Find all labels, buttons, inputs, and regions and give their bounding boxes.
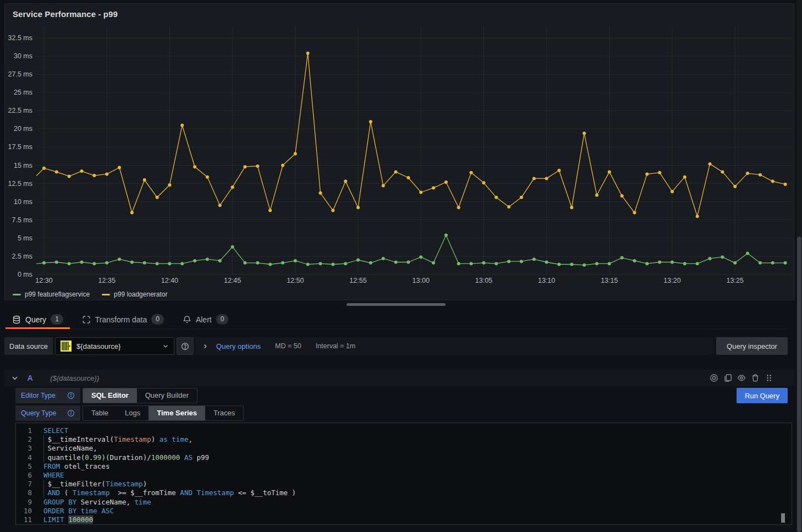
svg-text:13:20: 13:20 — [663, 277, 680, 284]
query-inspector-button[interactable]: Query inspector — [716, 337, 788, 355]
bell-icon — [183, 315, 191, 324]
drag-handle-icon[interactable] — [765, 374, 773, 382]
query-ref-id[interactable]: A — [28, 374, 32, 382]
line-number: 11 — [16, 515, 32, 524]
legend-label: p99 featureflagservice — [25, 290, 90, 298]
query-actions — [710, 374, 773, 382]
info-circle-icon[interactable] — [67, 409, 75, 417]
query-options-row[interactable]: Query options MD = 50 Interval = 1m — [196, 337, 713, 355]
tab-count-badge: 0 — [216, 314, 229, 325]
sql-line: 4 quantile(0.99)(Duration)/1000000 AS p9… — [16, 453, 792, 462]
editor-type-row: Editor Type SQL EditorQuery Builder — [15, 388, 197, 403]
svg-text:2.5 ms: 2.5 ms — [12, 253, 32, 260]
chart-legend: p99 featureflagservice p99 loadgenerator — [13, 290, 168, 298]
svg-text:17.5 ms: 17.5 ms — [8, 143, 32, 151]
query-datasource-hint: (${datasource}) — [50, 374, 99, 382]
editor-type-chip: Editor Type — [15, 388, 80, 403]
sql-line: 7 $__timeFilter(Timestamp) — [16, 480, 792, 489]
sql-line: 8 AND ( Timestamp >= $__fromTime AND Tim… — [16, 489, 792, 497]
query-type-row: Query Type TableLogsTime SeriesTraces — [15, 405, 244, 421]
info-circle-icon[interactable] — [67, 392, 75, 399]
query-type-option-traces[interactable]: Traces — [205, 406, 243, 420]
svg-text:7.5 ms: 7.5 ms — [12, 216, 32, 224]
sql-line: 11LIMIT 100000 — [16, 515, 792, 524]
editor-scrollbar-thumb[interactable] — [781, 513, 785, 523]
svg-text:20 ms: 20 ms — [14, 125, 32, 133]
svg-text:5 ms: 5 ms — [18, 234, 32, 242]
query-type-option-logs[interactable]: Logs — [117, 406, 149, 420]
sql-line: 2 $__timeInterval(Timestamp) as time, — [16, 435, 792, 444]
svg-text:12:40: 12:40 — [161, 277, 178, 284]
query-options-link[interactable]: Query options — [216, 342, 261, 350]
editor-type-option-sql-editor[interactable]: SQL Editor — [83, 388, 137, 403]
database-icon — [12, 315, 21, 324]
svg-text:12.5 ms: 12.5 ms — [8, 180, 32, 188]
line-number: 8 — [16, 489, 32, 497]
query-type-option-table[interactable]: Table — [83, 406, 117, 420]
datasource-value: ${datasource} — [76, 342, 157, 350]
query-row-header[interactable]: A (${datasource}) — [4, 370, 794, 386]
query-type-chip: Query Type — [15, 405, 80, 421]
line-number: 3 — [16, 444, 32, 453]
page-scrollbar[interactable] — [796, 0, 802, 532]
chevron-right-icon — [202, 343, 208, 349]
remove-query-trash-icon[interactable] — [751, 374, 760, 382]
svg-text:13:15: 13:15 — [601, 277, 618, 284]
tab-label: Transform data — [95, 315, 147, 324]
query-type-option-time-series[interactable]: Time Series — [149, 406, 205, 420]
line-number: 4 — [16, 453, 32, 462]
interval-stat: Interval = 1m — [316, 342, 356, 350]
svg-text:22.5 ms: 22.5 ms — [8, 107, 32, 114]
line-number: 7 — [16, 480, 32, 489]
sql-line: 6WHERE — [16, 471, 792, 480]
svg-text:12:45: 12:45 — [224, 277, 241, 284]
tab-alert[interactable]: Alert 0 — [175, 310, 236, 329]
datasource-label: Data source — [4, 337, 53, 355]
svg-text:0 ms: 0 ms — [18, 271, 32, 278]
panel-title[interactable]: Service Performance - p99 — [13, 9, 118, 19]
page-scrollbar-thumb[interactable] — [797, 237, 801, 532]
sql-line: 5FROM otel_traces — [16, 462, 792, 471]
sql-line: 1SELECT — [16, 426, 792, 435]
legend-swatch-yellow — [102, 294, 110, 295]
sql-code-editor[interactable]: 1SELECT2 $__timeInterval(Timestamp) as t… — [15, 423, 792, 525]
query-editor-tabbar: Query 1 Transform data 0 Alert 0 — [4, 310, 788, 329]
tab-label: Query — [25, 315, 46, 324]
datasource-picker[interactable]: ${datasource} — [55, 337, 174, 355]
horizontal-scrollbar[interactable] — [347, 303, 446, 306]
tab-query[interactable]: Query 1 — [4, 310, 71, 329]
svg-text:12:30: 12:30 — [35, 277, 52, 284]
query-type-segmented: TableLogsTime SeriesTraces — [83, 405, 244, 421]
line-number: 1 — [16, 426, 32, 435]
legend-swatch-green — [13, 294, 21, 295]
hide-response-eye-icon[interactable] — [737, 374, 746, 382]
svg-text:13:00: 13:00 — [413, 277, 430, 284]
svg-text:32.5 ms: 32.5 ms — [8, 34, 32, 42]
line-number: 10 — [16, 507, 32, 515]
line-number: 2 — [16, 435, 32, 444]
chevron-down-icon — [162, 343, 169, 349]
svg-text:10 ms: 10 ms — [14, 198, 32, 206]
tab-label: Alert — [196, 315, 212, 324]
editor-type-segmented: SQL EditorQuery Builder — [83, 388, 197, 403]
sql-line: 10ORDER BY time ASC — [16, 507, 792, 515]
editor-type-option-query-builder[interactable]: Query Builder — [137, 388, 197, 403]
datasource-help-button[interactable] — [177, 337, 194, 355]
svg-text:30 ms: 30 ms — [14, 52, 32, 60]
svg-text:13:05: 13:05 — [475, 277, 492, 284]
svg-text:13:10: 13:10 — [538, 277, 555, 284]
legend-item-featureflagservice[interactable]: p99 featureflagservice — [13, 290, 90, 298]
duplicate-query-icon[interactable] — [723, 374, 732, 382]
max-data-points-stat: MD = 50 — [275, 342, 301, 350]
collapse-query-icon[interactable] — [11, 374, 19, 382]
record-circle-icon[interactable] — [710, 374, 718, 382]
run-query-button[interactable]: Run Query — [737, 388, 788, 403]
legend-item-loadgenerator[interactable]: p99 loadgenerator — [102, 290, 167, 298]
line-number: 5 — [16, 462, 32, 471]
tab-transform-data[interactable]: Transform data 0 — [74, 310, 172, 329]
datasource-toolbar: Data source ${datasource} Query options … — [4, 337, 788, 355]
query-type-label: Query Type — [21, 409, 62, 417]
editor-type-label: Editor Type — [21, 392, 62, 399]
svg-text:12:35: 12:35 — [98, 277, 116, 284]
line-number: 6 — [16, 471, 32, 480]
